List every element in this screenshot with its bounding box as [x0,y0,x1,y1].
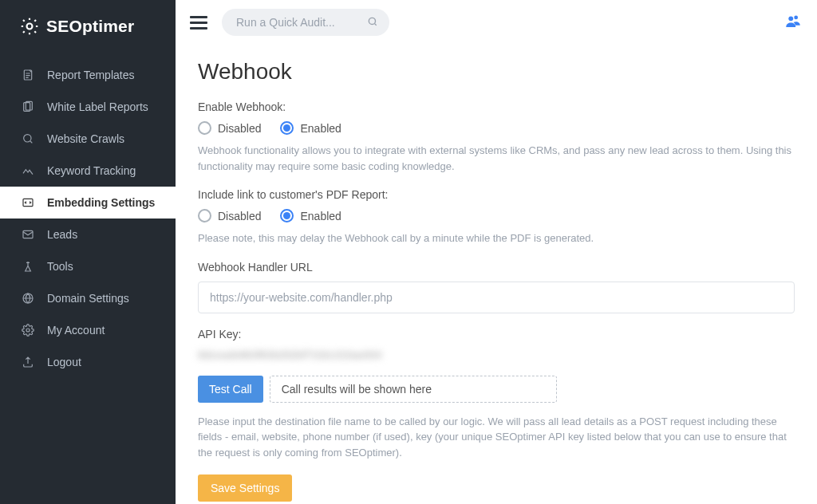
test-call-result: Call results will be shown here [270,376,557,403]
sidebar-item-logout[interactable]: Logout [0,346,176,378]
embedding-icon [22,196,34,209]
tools-icon [22,260,34,273]
webhook-url-label: Webhook Handler URL [198,261,795,274]
templates-icon [22,69,34,81]
include-pdf-label: Include link to customer's PDF Report: [198,188,795,201]
sidebar-item-website-crawls[interactable]: Website Crawls [0,123,176,155]
enable-webhook-help: Webhook functionality allows you to inte… [198,143,795,174]
sidebar-nav: Report Templates White Label Reports Web… [0,59,176,378]
white-label-icon [22,100,34,113]
crawls-icon [22,132,34,145]
sidebar-item-label: Tools [47,260,73,273]
radio-label: Disabled [218,210,261,222]
svg-point-11 [794,15,798,19]
enable-webhook-enabled-radio[interactable]: Enabled [280,121,341,135]
include-pdf-disabled-radio[interactable]: Disabled [198,209,261,222]
sidebar-item-label: Keyword Tracking [47,164,136,177]
topbar [176,0,817,45]
sidebar-item-label: Leads [47,228,77,241]
include-pdf-enabled-radio[interactable]: Enabled [280,209,341,222]
svg-point-4 [24,135,31,142]
sidebar-item-label: Report Templates [47,69,134,81]
brand-icon [19,16,40,37]
sidebar: SEOptimer Report Templates White Label R… [0,0,176,504]
keyword-icon [22,164,34,177]
svg-point-0 [27,24,33,30]
radio-label: Enabled [300,122,341,135]
logout-icon [22,356,34,368]
sidebar-item-label: My Account [47,324,105,337]
svg-point-8 [26,329,30,332]
webhook-url-group: Webhook Handler URL [198,261,795,313]
sidebar-item-my-account[interactable]: My Account [0,314,176,346]
enable-webhook-group: Enable Webhook: Disabled Enabled Webhook… [198,100,795,174]
svg-point-10 [788,16,793,21]
radio-label: Disabled [218,122,261,135]
search-icon [367,16,378,30]
search-input[interactable] [222,9,389,36]
content-area: Webhook Enable Webhook: Disabled Enabled… [176,45,817,504]
webhook-post-help: Please input the destination file name t… [198,414,795,461]
brand-logo[interactable]: SEOptimer [0,0,176,59]
sidebar-item-keyword-tracking[interactable]: Keyword Tracking [0,155,176,187]
save-settings-button[interactable]: Save Settings [198,474,292,502]
include-pdf-group: Include link to customer's PDF Report: D… [198,188,795,246]
api-key-group: API Key: 8dceade863f63b252bf7102c310ae00… [198,328,795,361]
sidebar-item-white-label-reports[interactable]: White Label Reports [0,91,176,123]
sidebar-item-embedding-settings[interactable]: Embedding Settings [0,187,176,219]
sidebar-item-leads[interactable]: Leads [0,219,176,250]
sidebar-item-label: Logout [47,356,81,368]
enable-webhook-label: Enable Webhook: [198,100,795,113]
sidebar-item-label: White Label Reports [47,100,148,113]
sidebar-item-label: Website Crawls [47,132,124,145]
api-key-value: 8dceade863f63b252bf7102c310ae004 [198,348,795,361]
quick-audit-search [222,9,389,36]
api-key-label: API Key: [198,328,795,341]
brand-name: SEOptimer [46,17,134,36]
test-call-row: Test Call Call results will be shown her… [198,376,795,403]
sidebar-item-report-templates[interactable]: Report Templates [0,59,176,91]
enable-webhook-disabled-radio[interactable]: Disabled [198,121,261,135]
radio-label: Enabled [300,210,341,222]
leads-icon [22,228,34,241]
page-title: Webhook [198,59,795,85]
svg-point-9 [369,18,375,24]
include-pdf-help: Please note, this may delay the Webhook … [198,230,795,246]
sidebar-item-label: Embedding Settings [47,196,155,209]
sidebar-item-label: Domain Settings [47,292,129,305]
domain-icon [22,292,34,305]
main-panel: Webhook Enable Webhook: Disabled Enabled… [176,0,817,504]
sidebar-item-tools[interactable]: Tools [0,250,176,282]
account-icon [22,324,34,337]
sidebar-item-domain-settings[interactable]: Domain Settings [0,282,176,314]
webhook-url-input[interactable] [198,282,795,313]
menu-toggle-button[interactable] [190,13,207,33]
users-icon[interactable] [783,13,803,33]
test-call-button[interactable]: Test Call [198,376,263,403]
